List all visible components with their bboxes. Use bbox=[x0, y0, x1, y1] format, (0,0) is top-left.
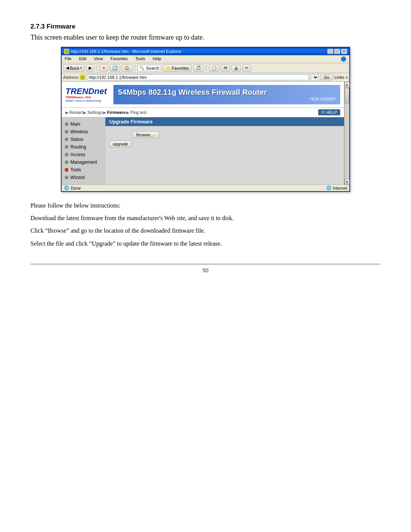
nav-firmware[interactable]: Firmware bbox=[107, 110, 126, 115]
menu-favorites[interactable]: Favorites bbox=[109, 56, 129, 62]
router-header: TRENDnet TRENDware, USA What's Next in N… bbox=[62, 82, 344, 108]
address-input[interactable] bbox=[87, 74, 309, 80]
trendnet-sub1: TRENDware, USA bbox=[65, 96, 91, 99]
section-title: 2.7.3 Firmware bbox=[30, 23, 381, 30]
history-button[interactable]: 📋 bbox=[209, 64, 220, 72]
nav-ping[interactable]: Ping test bbox=[130, 110, 147, 115]
search-glass-icon: 🔍 bbox=[139, 66, 145, 70]
scroll-thumb[interactable] bbox=[345, 88, 349, 103]
trendnet-brand: TRENDnet bbox=[65, 87, 107, 96]
trendnet-sub2: What's Next in Networking bbox=[65, 99, 101, 102]
close-button[interactable]: ✕ bbox=[341, 49, 347, 54]
router-model-info: 54Mbps 802.11g Wireless Firewall Router … bbox=[113, 85, 340, 104]
star-icon: ⭐ bbox=[165, 66, 170, 70]
minimize-button[interactable]: _ bbox=[327, 49, 333, 54]
browser-menubar: File Edit View Favorites Tools Help 🔵 bbox=[62, 55, 349, 63]
scrollbar[interactable]: ▲ ▼ bbox=[344, 82, 349, 184]
search-label: Search bbox=[146, 66, 159, 70]
sidebar-item-wizard[interactable]: Wizard bbox=[62, 174, 105, 181]
instruction-2: Click “Browse” and go to the location of… bbox=[30, 225, 381, 236]
back-dropdown-icon: ▾ bbox=[80, 66, 82, 70]
router-model-number: TEW-432BRP bbox=[309, 97, 336, 101]
content-header: Upgrade Firmware bbox=[105, 117, 344, 126]
menu-view[interactable]: View bbox=[92, 56, 105, 62]
nav-restart[interactable]: Restart bbox=[69, 110, 83, 115]
status-right: 🌐 Internet bbox=[326, 185, 347, 190]
router-main: Main Wireless Status Routing bbox=[62, 117, 344, 184]
back-button[interactable]: ◀ Back ▾ bbox=[63, 64, 84, 72]
links-label: Links bbox=[335, 75, 344, 80]
browser-statusbar: 🌐 Done 🌐 Internet bbox=[62, 184, 349, 191]
nav-arrow-4: ▶ bbox=[126, 110, 129, 115]
sidebar-label-status: Status bbox=[70, 137, 83, 142]
media-button[interactable]: 🎵 bbox=[193, 64, 204, 72]
favorites-button[interactable]: ⭐ Favorites bbox=[162, 64, 191, 72]
instructions-header: Please follow the below instructions: bbox=[30, 200, 381, 211]
home-icon: 🏠 bbox=[124, 66, 130, 70]
page-footer: 50 bbox=[30, 264, 381, 273]
router-page-area: TRENDnet TRENDware, USA What's Next in N… bbox=[62, 82, 349, 184]
titlebar-left: 🌐 http://192.168.1.1/firmware.htm - Micr… bbox=[64, 49, 182, 54]
back-label: Back bbox=[70, 66, 79, 70]
toolbar-sep-2 bbox=[135, 65, 135, 72]
nav-help[interactable]: 🏳 HELP bbox=[318, 109, 340, 115]
sidebar-dot-access bbox=[65, 153, 68, 157]
upgrade-button[interactable]: upgrade bbox=[109, 141, 131, 147]
back-arrow-icon: ◀ bbox=[66, 66, 69, 70]
go-button[interactable]: Go bbox=[320, 74, 333, 80]
internet-icon: 🌐 bbox=[326, 185, 331, 190]
refresh-button[interactable]: 🔄 bbox=[110, 64, 120, 72]
sidebar-dot-wireless bbox=[65, 130, 68, 134]
address-dropdown[interactable] bbox=[311, 74, 319, 81]
edit-icon: ✏ bbox=[245, 66, 249, 70]
browser-addressbar: Address 🌐 Go Links » bbox=[62, 73, 349, 82]
menu-file[interactable]: File bbox=[63, 56, 73, 62]
help-flag-icon: 🏳 bbox=[321, 110, 325, 115]
nav-arrow-2: ▶ bbox=[83, 110, 86, 115]
nav-items: ▶ Restart ▶ Settings ▶ Firmware ▶ Ping t… bbox=[65, 110, 147, 115]
scroll-down-button[interactable]: ▼ bbox=[344, 179, 350, 184]
status-text: Done bbox=[71, 186, 81, 190]
sidebar-item-routing[interactable]: Routing bbox=[62, 143, 105, 151]
router-sidebar: Main Wireless Status Routing bbox=[62, 117, 105, 184]
scroll-up-button[interactable]: ▲ bbox=[344, 82, 350, 87]
sidebar-item-access[interactable]: Access bbox=[62, 151, 105, 158]
sidebar-item-tools[interactable]: Tools bbox=[62, 166, 105, 174]
menu-tools[interactable]: Tools bbox=[134, 56, 147, 62]
menu-edit[interactable]: Edit bbox=[78, 56, 88, 62]
status-left: 🌐 Done bbox=[64, 185, 81, 190]
browse-button[interactable]: Browse.... bbox=[132, 131, 159, 138]
section-intro: This screen enables user to keep the rou… bbox=[30, 34, 381, 42]
sidebar-item-management[interactable]: Management bbox=[62, 158, 105, 166]
restore-button[interactable]: □ bbox=[334, 49, 340, 54]
sidebar-label-routing: Routing bbox=[70, 144, 86, 150]
print-icon: 🖨 bbox=[234, 66, 238, 70]
mail-button[interactable]: ✉ bbox=[221, 64, 230, 72]
nav-settings[interactable]: Settings bbox=[87, 110, 102, 115]
links-arrow-icon: » bbox=[346, 75, 348, 80]
firmware-form: Browse.... upgrade bbox=[109, 130, 340, 149]
sidebar-item-status[interactable]: Status bbox=[62, 136, 105, 143]
browser-toolbar: ◀ Back ▾ ▶ ✕ 🔄 🏠 🔍 Search ⭐ Favorites 🎵 bbox=[62, 63, 349, 73]
refresh-icon: 🔄 bbox=[112, 66, 118, 70]
menu-help[interactable]: Help bbox=[151, 56, 163, 62]
sidebar-label-tools: Tools bbox=[70, 167, 81, 173]
sidebar-label-management: Management bbox=[70, 160, 97, 165]
forward-icon: ▶ bbox=[89, 66, 92, 70]
edit-button[interactable]: ✏ bbox=[242, 64, 251, 72]
sidebar-label-wizard: Wizard bbox=[70, 175, 84, 180]
search-box[interactable]: 🔍 Search bbox=[137, 65, 161, 71]
ie-logo-icon: 🔵 bbox=[339, 56, 348, 62]
print-button[interactable]: 🖨 bbox=[231, 65, 241, 72]
sidebar-item-wireless[interactable]: Wireless bbox=[62, 128, 105, 136]
history-icon: 📋 bbox=[212, 66, 217, 70]
sidebar-dot-wizard bbox=[65, 176, 68, 179]
sidebar-dot-status bbox=[65, 137, 68, 141]
forward-button[interactable]: ▶ bbox=[86, 64, 94, 72]
instruction-1: Download the latest firmware from the ma… bbox=[30, 213, 381, 223]
stop-icon: ✕ bbox=[102, 66, 105, 70]
stop-button[interactable]: ✕ bbox=[99, 64, 108, 72]
sidebar-item-main[interactable]: Main bbox=[62, 120, 105, 128]
router-model-title: 54Mbps 802.11g Wireless Firewall Router bbox=[118, 88, 267, 97]
home-button[interactable]: 🏠 bbox=[122, 64, 132, 72]
